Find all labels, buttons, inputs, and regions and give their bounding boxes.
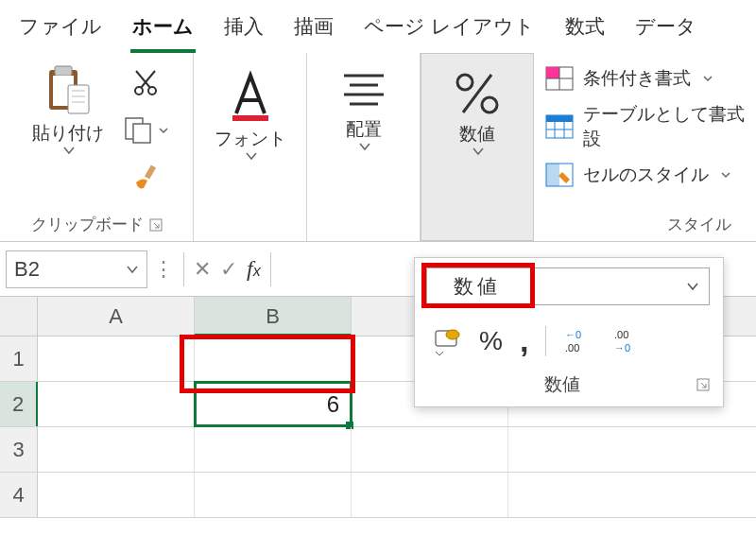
cut-button[interactable] <box>123 66 170 100</box>
fx-button[interactable]: fx <box>247 256 261 282</box>
chevron-down-icon <box>245 151 258 161</box>
chevron-down-icon <box>358 142 371 151</box>
font-dropdown[interactable]: フォント <box>215 60 286 161</box>
tab-file[interactable]: ファイル <box>17 8 104 53</box>
row-header-3[interactable]: 3 <box>0 427 38 472</box>
row-header-4[interactable]: 4 <box>0 473 38 517</box>
comma-style-button[interactable]: , <box>520 322 528 359</box>
svg-text:.00: .00 <box>565 342 579 354</box>
chevron-down-icon <box>434 350 462 357</box>
percent-icon <box>450 69 505 118</box>
paintbrush-icon <box>132 164 161 192</box>
align-icon <box>336 68 391 113</box>
cell-c3[interactable] <box>352 427 508 472</box>
cell-c4[interactable] <box>352 473 508 517</box>
chevron-down-icon <box>158 127 169 134</box>
cancel-formula-button[interactable]: ✕ <box>194 257 211 282</box>
decrease-decimal-icon: .00 →0 <box>612 327 644 355</box>
cell-a3[interactable] <box>38 427 195 472</box>
cell-b1[interactable] <box>195 336 352 381</box>
chevron-down-icon <box>686 282 699 291</box>
svg-rect-13 <box>144 164 155 179</box>
svg-rect-3 <box>68 85 89 113</box>
increase-decimal-icon: ←0 .00 <box>563 327 595 355</box>
copy-icon <box>124 116 156 145</box>
cell-b2[interactable]: 6 <box>195 382 352 426</box>
tab-home[interactable]: ホーム <box>130 8 196 53</box>
tab-insert[interactable]: 挿入 <box>222 8 266 53</box>
chevron-down-icon <box>62 146 76 155</box>
tab-draw[interactable]: 描画 <box>292 8 335 53</box>
alignment-label: 配置 <box>346 117 382 142</box>
svg-point-35 <box>446 330 459 339</box>
cell-b4[interactable] <box>195 473 352 517</box>
svg-point-21 <box>482 97 497 112</box>
tab-formulas[interactable]: 数式 <box>563 8 607 53</box>
row-header-2[interactable]: 2 <box>0 382 38 426</box>
chevron-down-icon <box>702 75 713 82</box>
copy-button[interactable] <box>123 113 170 147</box>
tab-page-layout[interactable]: ページ レイアウト <box>362 8 537 53</box>
column-header-a[interactable]: A <box>38 297 195 336</box>
font-label: フォント <box>215 127 286 151</box>
clipboard-group-label: クリップボード <box>31 214 144 235</box>
increase-decimal-button[interactable]: ←0 .00 <box>563 327 595 355</box>
svg-rect-24 <box>546 67 559 78</box>
clipboard-icon <box>45 64 91 119</box>
select-all-corner[interactable] <box>0 297 38 336</box>
name-box[interactable]: B2 <box>6 250 147 288</box>
more-icon[interactable]: ⋮ <box>153 257 174 282</box>
cell-styles-icon <box>545 163 574 187</box>
svg-text:.00: .00 <box>614 329 628 340</box>
cell-a1[interactable] <box>38 336 195 381</box>
number-format-dropdown[interactable]: 数値 <box>450 61 505 156</box>
chevron-down-icon <box>720 171 731 179</box>
tab-data[interactable]: データ <box>633 8 698 53</box>
cell-a4[interactable] <box>38 473 195 517</box>
svg-point-20 <box>457 75 472 90</box>
dialog-launcher-icon[interactable] <box>696 378 710 391</box>
conditional-format-icon <box>545 66 574 91</box>
cell-styles-label: セルのスタイル <box>583 163 709 187</box>
svg-rect-12 <box>133 124 150 143</box>
conditional-formatting-button[interactable]: 条件付き書式 <box>541 60 748 96</box>
conditional-format-label: 条件付き書式 <box>583 66 691 91</box>
name-box-value: B2 <box>14 257 40 282</box>
format-as-table-label: テーブルとして書式設 <box>583 102 748 151</box>
svg-rect-28 <box>546 115 573 122</box>
svg-text:→0: →0 <box>614 342 630 354</box>
decrease-decimal-button[interactable]: .00 →0 <box>612 327 644 355</box>
column-header-b[interactable]: B <box>195 297 352 336</box>
accounting-format-button[interactable] <box>434 325 462 357</box>
alignment-dropdown[interactable]: 配置 <box>336 60 391 151</box>
font-icon <box>223 68 278 123</box>
table-icon <box>545 114 574 139</box>
group-number: 数値 <box>421 53 534 241</box>
svg-rect-33 <box>546 164 559 186</box>
dialog-launcher-icon[interactable] <box>149 218 163 232</box>
svg-line-22 <box>463 75 491 112</box>
number-format-select[interactable]: 数値 <box>426 267 710 305</box>
scissors-icon <box>132 69 161 97</box>
group-alignment: 配置 <box>307 53 421 241</box>
svg-rect-1 <box>55 66 72 76</box>
number-popup-label: 数値 <box>428 372 696 397</box>
paste-label: 貼り付け <box>32 121 104 146</box>
cell-b3[interactable] <box>195 427 352 472</box>
svg-rect-15 <box>232 115 268 121</box>
number-format-popup: 数値 % , ←0 .00 <box>414 257 724 407</box>
percent-style-button[interactable]: % <box>479 326 503 356</box>
svg-text:←0: ←0 <box>565 329 581 340</box>
paste-button[interactable]: 貼り付け <box>24 64 113 155</box>
number-label: 数値 <box>459 122 495 147</box>
format-as-table-button[interactable]: テーブルとして書式設 <box>541 96 748 157</box>
row-header-1[interactable]: 1 <box>0 336 38 381</box>
format-painter-button[interactable] <box>123 161 170 195</box>
cell-a2[interactable] <box>38 382 195 426</box>
enter-formula-button[interactable]: ✓ <box>220 257 237 282</box>
number-format-value: 数値 <box>454 273 501 300</box>
cell-styles-button[interactable]: セルのスタイル <box>541 157 748 193</box>
group-font: フォント <box>194 53 307 241</box>
chevron-down-icon <box>126 265 139 274</box>
group-styles: 条件付き書式 テーブルとして書式設 <box>534 53 756 241</box>
